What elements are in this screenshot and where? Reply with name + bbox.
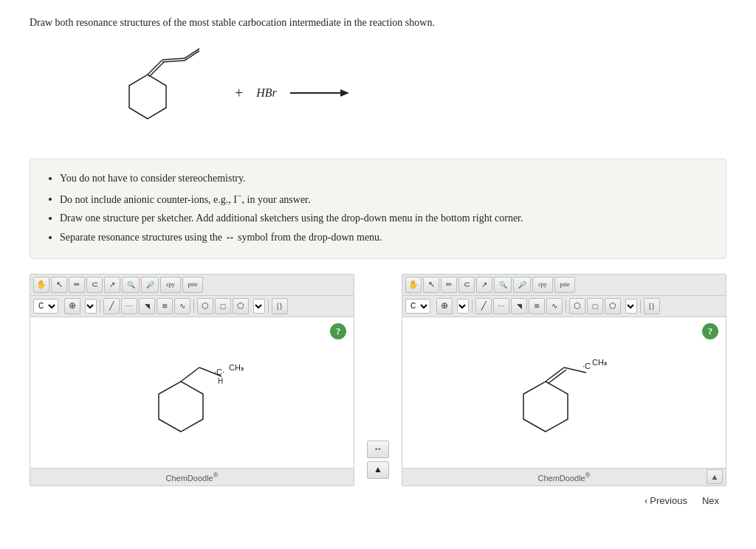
double-arrow-btn[interactable]: ↔ — [367, 441, 389, 458]
ring-sq-left[interactable] — [215, 298, 231, 314]
zoom-out-btn-right[interactable]: 🔎 — [513, 277, 531, 293]
reaction-arrow-container — [290, 86, 349, 100]
wavy-bond-left[interactable]: ∿ — [174, 298, 190, 314]
bracket-btn-left[interactable]: [} — [272, 298, 288, 314]
wavy-bond-right[interactable]: ∿ — [546, 298, 563, 314]
svg-line-1 — [148, 60, 162, 75]
ring-sq-right[interactable] — [587, 298, 603, 314]
instruction-item-1: You do not have to consider stereochemis… — [60, 170, 711, 187]
dashed-bond-left[interactable]: ⋯ — [121, 298, 137, 314]
pencil-tool-btn-right[interactable] — [441, 277, 457, 293]
molecule-drawing-right: ·C CH₃ — [402, 317, 726, 465]
ring-select-right[interactable]: ▼ — [625, 299, 637, 314]
footer-right: ChemDoodle® ▲ — [402, 468, 726, 486]
arrow-tool-btn-left[interactable] — [51, 277, 67, 293]
svg-text:CH₃: CH₃ — [229, 363, 244, 372]
lasso2-tool-btn-left[interactable]: ↗ — [104, 277, 120, 293]
toolbar-top-right: ↗ 🔍 🔎 cpy pste — [402, 274, 726, 296]
instruction-item-3: Draw one structure per sketcher. Add add… — [60, 210, 711, 227]
hand-tool-btn-left[interactable] — [33, 277, 49, 293]
toolbar-bottom-right: CNOH ▼ ╱ ⋯ ◥ ≋ ∿ ▼ — [402, 296, 726, 317]
svg-line-16 — [546, 367, 564, 381]
ring-hex-right[interactable] — [569, 298, 585, 314]
chevron-left-icon: ‹ — [645, 495, 647, 506]
between-controls: ↔ ▲ — [362, 274, 394, 486]
reaction-area: + HBr — [89, 45, 726, 141]
canvas-right[interactable]: ? ·C CH₃ — [402, 317, 726, 468]
sketcher-left: ↗ 🔍 🔎 cpy pste CNOH ▼ ╱ ⋯ ◥ — [30, 274, 354, 486]
molecule-drawing-left: ·C· CH₃ H — [30, 317, 354, 465]
charge-btn-left[interactable] — [64, 298, 80, 314]
copy-btn-right[interactable]: cpy — [532, 277, 553, 293]
up-btn[interactable]: ▲ — [367, 461, 389, 479]
hand-tool-btn-right[interactable] — [405, 277, 422, 293]
canvas-left[interactable]: ? ·C· CH₃ H — [30, 317, 354, 468]
svg-text:H: H — [218, 377, 223, 385]
element-select-right[interactable]: CNOH — [405, 299, 430, 314]
wedge-bond-right[interactable]: ◥ — [511, 298, 527, 314]
svg-line-17 — [548, 370, 566, 384]
chemdoodle-label-right: ChemDoodle® — [538, 472, 591, 483]
dashed-wedge-right[interactable]: ≋ — [529, 298, 545, 314]
footer-action-btn-right[interactable]: ▲ — [707, 469, 723, 484]
help-btn-left[interactable]: ? — [330, 323, 346, 339]
svg-text:CH₃: CH₃ — [592, 358, 607, 367]
instructions-list: You do not have to consider stereochemis… — [45, 170, 711, 246]
svg-line-2 — [149, 62, 164, 77]
zoom-in-btn-left[interactable]: 🔍 — [122, 277, 140, 293]
reactant-molecule — [89, 45, 221, 141]
instruction-item-4: Separate resonance structures using the … — [60, 229, 711, 246]
svg-marker-0 — [129, 75, 166, 119]
bracket-btn-right[interactable]: [} — [644, 298, 660, 314]
svg-line-5 — [185, 49, 199, 58]
next-button[interactable]: Nex — [702, 495, 719, 506]
help-btn-right[interactable]: ? — [702, 323, 718, 339]
svg-line-4 — [162, 61, 185, 62]
footer-left: ChemDoodle® — [30, 468, 354, 486]
toolbar-bottom-left: CNOH ▼ ╱ ⋯ ◥ ≋ ∿ ▼ — [30, 296, 354, 317]
zoom-in-btn-right[interactable]: 🔍 — [494, 277, 512, 293]
dashed-bond-right[interactable]: ⋯ — [493, 298, 509, 314]
paste-btn-left[interactable]: pste — [182, 277, 203, 293]
charge-select-right[interactable]: ▼ — [457, 299, 469, 314]
copy-btn-left[interactable]: cpy — [160, 277, 181, 293]
reaction-arrow — [290, 86, 349, 100]
sketchers-row: ↗ 🔍 🔎 cpy pste CNOH ▼ ╱ ⋯ ◥ — [30, 274, 726, 486]
paste-btn-right[interactable]: pste — [554, 277, 575, 293]
lasso-tool-btn-left[interactable] — [86, 277, 103, 293]
bottom-nav: ‹ Previous Nex — [30, 486, 726, 512]
sketcher-right: ↗ 🔍 🔎 cpy pste CNOH ▼ ╱ ⋯ ◥ — [402, 274, 726, 486]
arrow-tool-btn-right[interactable] — [423, 277, 439, 293]
svg-line-6 — [185, 51, 199, 61]
chemdoodle-label-left: ChemDoodle® — [166, 472, 219, 483]
footer-btns-right: ▲ — [707, 469, 723, 484]
charge-btn-right[interactable] — [436, 298, 453, 314]
wedge-bond-left[interactable]: ◥ — [139, 298, 155, 314]
ring-pent-right[interactable] — [605, 298, 621, 314]
svg-marker-8 — [340, 89, 349, 97]
svg-marker-9 — [159, 381, 203, 432]
previous-button[interactable]: ‹ Previous — [645, 495, 687, 506]
toolbar-top-left: ↗ 🔍 🔎 cpy pste — [30, 274, 354, 296]
svg-marker-15 — [523, 381, 568, 432]
ring-hex-left[interactable] — [197, 298, 213, 314]
single-bond-right[interactable]: ╱ — [475, 298, 492, 314]
ring-pent-left[interactable] — [233, 298, 249, 314]
instruction-item-2: Do not include anionic counter-ions, e.g… — [60, 189, 711, 208]
dashed-wedge-left[interactable]: ≋ — [157, 298, 173, 314]
plus-sign: + — [235, 85, 243, 102]
svg-line-10 — [181, 367, 199, 381]
element-select-left[interactable]: CNOH — [33, 299, 58, 314]
instructions-box: You do not have to consider stereochemis… — [30, 159, 726, 259]
svg-line-3 — [162, 58, 185, 60]
zoom-out-btn-left[interactable]: 🔎 — [141, 277, 159, 293]
svg-text:·C·: ·C· — [214, 367, 224, 376]
lasso2-tool-btn-right[interactable]: ↗ — [476, 277, 492, 293]
single-bond-left[interactable]: ╱ — [103, 298, 120, 314]
question-text: Draw both resonance structures of the mo… — [30, 15, 726, 30]
reagent-label: HBr — [256, 86, 277, 100]
pencil-tool-btn-left[interactable] — [69, 277, 85, 293]
ring-select-left[interactable]: ▼ — [253, 299, 265, 314]
lasso-tool-btn-right[interactable] — [458, 277, 475, 293]
charge-select-left[interactable]: ▼ — [85, 299, 97, 314]
